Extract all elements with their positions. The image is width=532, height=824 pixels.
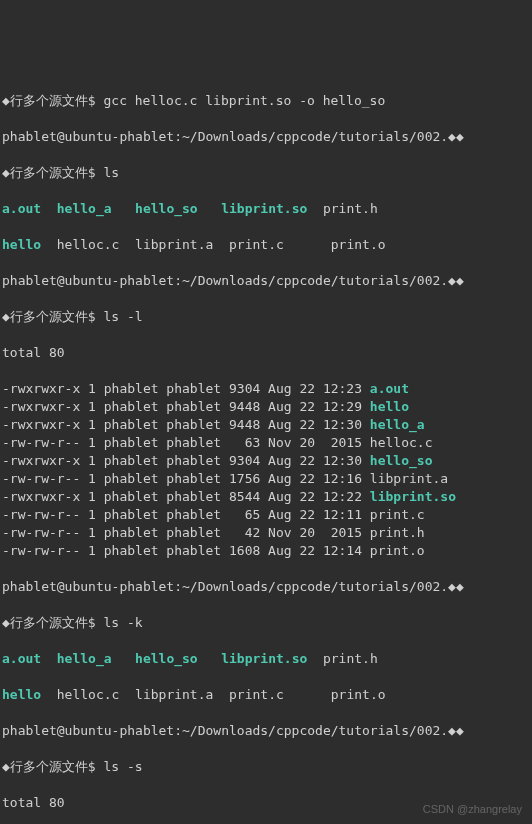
prompt-line: ◆行多个源文件$ ls -l xyxy=(2,308,530,326)
ls-l-row: -rw-rw-r-- 1 phablet phablet 42 Nov 20 2… xyxy=(2,524,530,542)
prompt-line: ◆行多个源文件$ ls xyxy=(2,164,530,182)
ls-l-row: -rwxrwxr-x 1 phablet phablet 9304 Aug 22… xyxy=(2,452,530,470)
ls-l-row: -rw-rw-r-- 1 phablet phablet 1756 Aug 22… xyxy=(2,470,530,488)
ls-l-row: -rwxrwxr-x 1 phablet phablet 9304 Aug 22… xyxy=(2,380,530,398)
path-line: phablet@ubuntu-phablet:~/Downloads/cppco… xyxy=(2,722,530,740)
ls-l-row: -rwxrwxr-x 1 phablet phablet 8544 Aug 22… xyxy=(2,488,530,506)
prompt-line: ◆行多个源文件$ ls -s xyxy=(2,758,530,776)
path-line: phablet@ubuntu-phablet:~/Downloads/cppco… xyxy=(2,272,530,290)
total-line: total 80 xyxy=(2,344,530,362)
ls-l-row: -rw-rw-r-- 1 phablet phablet 65 Aug 22 1… xyxy=(2,506,530,524)
ls-row: a.out hello_a hello_so libprint.so print… xyxy=(2,200,530,218)
prompt-line: ◆行多个源文件$ ls -k xyxy=(2,614,530,632)
ls-l-row: -rwxrwxr-x 1 phablet phablet 9448 Aug 22… xyxy=(2,398,530,416)
ls-l-row: -rwxrwxr-x 1 phablet phablet 9448 Aug 22… xyxy=(2,416,530,434)
ls-l-row: -rw-rw-r-- 1 phablet phablet 1608 Aug 22… xyxy=(2,542,530,560)
path-line: phablet@ubuntu-phablet:~/Downloads/cppco… xyxy=(2,578,530,596)
ls-row: a.out hello_a hello_so libprint.so print… xyxy=(2,650,530,668)
ls-l-row: -rw-rw-r-- 1 phablet phablet 63 Nov 20 2… xyxy=(2,434,530,452)
ls-row: hello helloc.c libprint.a print.c print.… xyxy=(2,236,530,254)
watermark: CSDN @zhangrelay xyxy=(423,800,522,818)
ls-row: hello helloc.c libprint.a print.c print.… xyxy=(2,686,530,704)
prompt-line: ◆行多个源文件$ gcc helloc.c libprint.so -o hel… xyxy=(2,92,530,110)
terminal-output[interactable]: ◆行多个源文件$ gcc helloc.c libprint.so -o hel… xyxy=(2,74,530,824)
path-line: phablet@ubuntu-phablet:~/Downloads/cppco… xyxy=(2,128,530,146)
